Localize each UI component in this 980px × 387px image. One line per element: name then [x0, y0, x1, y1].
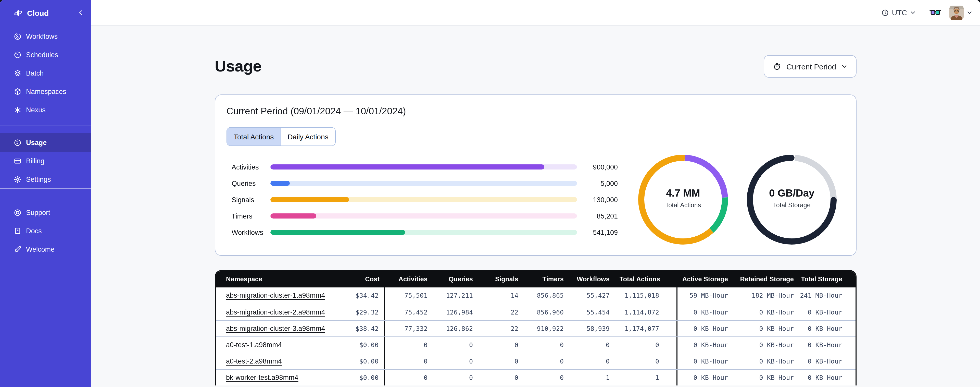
sidebar-item-namespaces[interactable]: Namespaces [0, 82, 91, 101]
sidebar-item-settings[interactable]: Settings [0, 170, 91, 189]
sidebar-item-label: Batch [26, 69, 44, 77]
table-cell: 0 [522, 369, 568, 385]
table-cell: 126,984 [431, 304, 477, 320]
sidebar-header: Cloud [0, 0, 91, 26]
table-cell: a0-test-2.a98mm4 [216, 353, 336, 369]
tab-total-actions[interactable]: Total Actions [227, 128, 280, 146]
bar-row: Queries5,000 [232, 179, 638, 187]
column-header-activities: Activities [385, 271, 431, 288]
bar-fill [270, 181, 290, 186]
namespace-link[interactable]: bk-worker-test.a98mm4 [226, 374, 298, 381]
table-cell: 0 KB-Hour [678, 304, 739, 320]
bar-label: Workflows [232, 229, 270, 236]
batch-icon [13, 69, 22, 77]
table-cell: abs-migration-cluster-2.a98mm4 [216, 304, 336, 320]
sidebar-item-batch[interactable]: Batch [0, 64, 91, 82]
table-cell: 1,115,018 [614, 288, 678, 304]
namespace-link[interactable]: a0-test-2.a98mm4 [226, 357, 282, 365]
table-cell: 0 KB-Hour [739, 337, 798, 353]
sidebar-item-billing[interactable]: Billing [0, 152, 91, 170]
table-cell: 0 [385, 337, 431, 353]
sidebar-group-help: Support Docs Wel [0, 189, 91, 258]
table-cell: 1,174,077 [614, 321, 678, 336]
bar-value: 85,201 [577, 212, 618, 220]
column-header-total-storage: Total Storage [798, 271, 856, 288]
sidebar-item-schedules[interactable]: Schedules [0, 45, 91, 64]
table-cell: 77,332 [385, 321, 431, 336]
sidebar-item-usage[interactable]: Usage [0, 133, 91, 152]
table-row: abs-migration-cluster-3.a98mm4$38.4277,3… [216, 320, 856, 336]
table-cell: 0 KB-Hour [798, 337, 856, 353]
donut-label: Total Storage [773, 201, 810, 209]
table-cell: 0 KB-Hour [739, 353, 798, 369]
table-row: a0-test-1.a98mm4$0.000000000 KB-Hour0 KB… [216, 336, 856, 353]
namespace-link[interactable]: abs-migration-cluster-3.a98mm4 [226, 325, 325, 333]
temporal-cloud-logo-icon [13, 8, 23, 18]
bar-value: 541,109 [577, 229, 618, 236]
namespace-usage-table: NamespaceCostActivitiesQueriesSignalsTim… [215, 270, 856, 385]
table-row: abs-migration-cluster-1.a98mm4$34.4275,5… [216, 288, 856, 304]
period-selector-label: Current Period [786, 62, 836, 71]
table-cell: abs-migration-cluster-3.a98mm4 [216, 321, 336, 336]
namespace-link[interactable]: abs-migration-cluster-1.a98mm4 [226, 291, 325, 299]
theme-glasses-button[interactable] [929, 9, 941, 16]
sidebar-item-workflows[interactable]: Workflows [0, 27, 91, 45]
table-row: abs-migration-cluster-2.a98mm4$29.3275,4… [216, 304, 856, 320]
total-storage-donut: 0 GB/Day Total Storage [747, 155, 837, 245]
bar-value: 5,000 [577, 179, 618, 187]
sidebar-item-support[interactable]: Support [0, 203, 91, 222]
bar-row: Timers85,201 [232, 212, 638, 220]
sidebar-group-account: Usage Billing Settings [0, 126, 91, 189]
table-cell: 75,452 [385, 304, 431, 320]
period-selector-button[interactable]: Current Period [764, 55, 856, 78]
table-cell: a0-test-1.a98mm4 [216, 337, 336, 353]
table-cell: $0.00 [336, 337, 385, 353]
table-cell: 0 KB-Hour [678, 337, 739, 353]
workflows-icon [13, 32, 22, 41]
sidebar-item-label: Billing [26, 157, 45, 165]
table-cell: 0 [568, 353, 614, 369]
actions-tabs: Total Actions Daily Actions [226, 127, 336, 146]
bar-value: 130,000 [577, 196, 618, 203]
brand-label: Cloud [27, 8, 77, 17]
sidebar-collapse-button[interactable] [77, 9, 84, 16]
table-cell: 55,427 [568, 288, 614, 304]
bar-value: 900,000 [577, 163, 618, 171]
namespace-link[interactable]: abs-migration-cluster-2.a98mm4 [226, 309, 325, 316]
bar-row: Workflows541,109 [232, 228, 638, 237]
table-cell: 241 MB-Hour [798, 288, 856, 304]
table-cell: 0 [614, 353, 678, 369]
page-title: Usage [215, 57, 261, 75]
table-cell: 0 KB-Hour [739, 369, 798, 385]
main-area: UTC [91, 0, 980, 387]
column-header-namespace: Namespace [216, 271, 336, 288]
total-actions-donut: 4.7 MM Total Actions [638, 155, 728, 245]
table-cell: 0 [477, 369, 522, 385]
table-cell: 0 [431, 337, 477, 353]
topbar: UTC [91, 0, 980, 26]
chevron-down-icon [966, 9, 973, 16]
table-cell: 0 [477, 337, 522, 353]
column-header-active-storage: Active Storage [678, 271, 739, 288]
bar-label: Activities [232, 163, 270, 171]
donut-label: Total Actions [665, 201, 701, 209]
table-cell: $38.42 [336, 321, 385, 336]
tab-daily-actions[interactable]: Daily Actions [280, 128, 335, 146]
table-cell: 0 KB-Hour [798, 369, 856, 385]
column-header-retained-storage: Retained Storage [739, 271, 798, 288]
sidebar-item-welcome[interactable]: Welcome [0, 240, 91, 258]
table-cell: 0 [614, 337, 678, 353]
timezone-selector[interactable]: UTC [881, 8, 916, 17]
account-menu[interactable] [950, 5, 973, 20]
sidebar-item-docs[interactable]: Docs [0, 222, 91, 240]
namespace-link[interactable]: a0-test-1.a98mm4 [226, 341, 282, 349]
sidebar-item-nexus[interactable]: Nexus [0, 101, 91, 119]
table-cell: $0.00 [336, 369, 385, 385]
column-header-workflows: Workflows [568, 271, 614, 288]
table-cell: abs-migration-cluster-1.a98mm4 [216, 288, 336, 304]
table-cell: 0 [385, 353, 431, 369]
table-cell: 0 KB-Hour [739, 304, 798, 320]
bar-fill [270, 230, 405, 235]
app-window: Cloud Workflows [0, 0, 980, 387]
table-cell: 0 [385, 369, 431, 385]
